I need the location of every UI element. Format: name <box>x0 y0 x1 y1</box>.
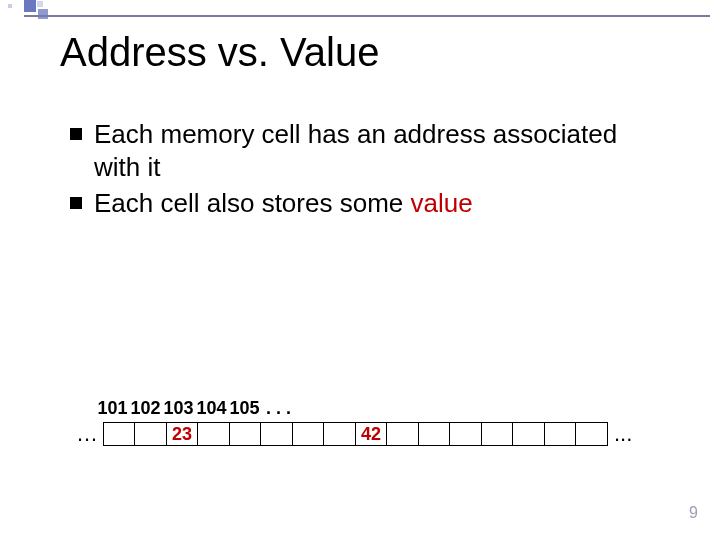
bullet-item: Each memory cell has an address associat… <box>70 118 660 183</box>
address-ellipsis: . . . <box>266 398 291 419</box>
memory-cell <box>386 422 419 446</box>
memory-cell <box>323 422 356 446</box>
memory-diagram: 101102103104105 . . . … 23 42 ... <box>70 398 690 447</box>
header-divider <box>24 15 710 17</box>
header-decoration <box>0 0 720 18</box>
bullet-text: Each memory cell has an address associat… <box>94 119 617 182</box>
memory-cell <box>418 422 451 446</box>
memory-cell <box>544 422 577 446</box>
deco-square <box>37 1 43 7</box>
page-number: 9 <box>689 504 698 522</box>
memory-cell: 23 <box>166 422 199 446</box>
memory-cell <box>481 422 514 446</box>
memory-cell <box>134 422 167 446</box>
memory-cell <box>575 422 608 446</box>
deco-square <box>38 9 48 19</box>
memory-cell <box>260 422 293 446</box>
memory-cell <box>103 422 136 446</box>
memory-cells-row: … 23 42 ... <box>70 421 690 447</box>
memory-cell <box>512 422 545 446</box>
memory-cell: 42 <box>355 422 388 446</box>
memory-cell <box>292 422 325 446</box>
bullet-text: Each cell also stores some <box>94 188 410 218</box>
memory-cell <box>229 422 262 446</box>
address-label: 105 <box>228 398 261 419</box>
address-labels: 101102103104105 . . . <box>70 398 690 419</box>
bullet-item: Each cell also stores some value <box>70 187 660 220</box>
address-label: 104 <box>195 398 228 419</box>
address-label: 102 <box>129 398 162 419</box>
deco-square <box>24 0 36 12</box>
memory-cell <box>197 422 230 446</box>
ellipsis-right: ... <box>608 421 638 447</box>
ellipsis-left: … <box>70 421 104 447</box>
address-label: 103 <box>162 398 195 419</box>
address-label: 101 <box>96 398 129 419</box>
deco-square <box>8 4 12 8</box>
bullet-list: Each memory cell has an address associat… <box>70 118 660 224</box>
slide-title: Address vs. Value <box>60 30 379 75</box>
memory-cell <box>449 422 482 446</box>
highlight-word: value <box>410 188 472 218</box>
